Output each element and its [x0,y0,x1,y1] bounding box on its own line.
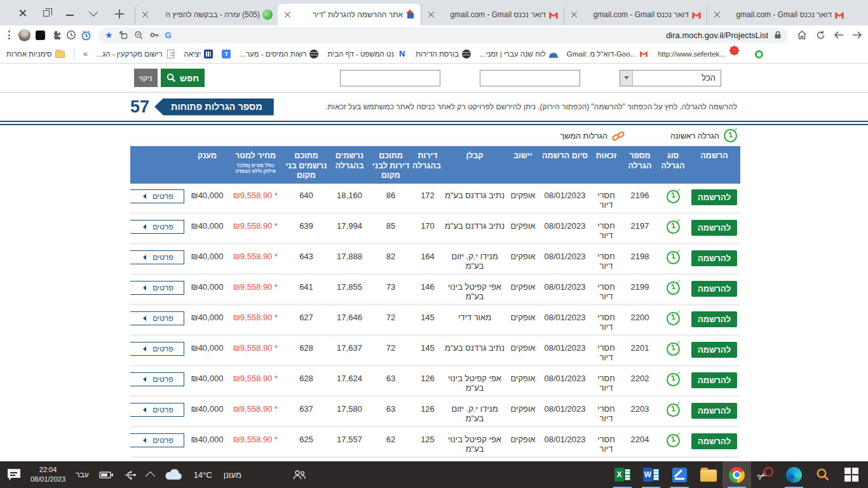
details-cell: פרטים [130,275,186,295]
taskbar-clock[interactable]: 22:04 08/01/2023 [25,461,71,488]
details-button[interactable]: פרטים [130,342,184,356]
window-minimize-icon[interactable] [66,15,74,16]
weather-text[interactable]: מעונן [219,461,247,488]
share-icon[interactable] [119,30,128,40]
tab-search-chevron-icon[interactable] [89,8,98,17]
back-icon[interactable] [850,28,864,42]
chevron-down-icon[interactable] [620,71,633,86]
snipping-tool-icon[interactable] [751,461,780,488]
search-button[interactable]: חפש [161,69,205,87]
excel-app-icon[interactable]: X [608,461,637,488]
details-button[interactable]: פרטים [130,372,184,386]
contractor-name: אפי קפיטל בינוי בע"מ [443,275,506,302]
home-icon[interactable] [795,28,809,42]
tab-dira-projects-active[interactable]: אתר ההרשמה להגרלות "דיר [278,4,421,25]
details-button[interactable]: פרטים [130,250,184,264]
history-clock-icon[interactable] [65,30,76,41]
bookmark-hebrew-calendar[interactable]: לוח שנה עברי | זמני... [480,50,558,58]
password-key-icon[interactable] [149,30,159,40]
lottery-number: 2201 [622,336,658,353]
tab-gmail-3[interactable]: דואר נכנס gmail.com - Gmail [707,4,850,25]
google-g-icon[interactable]: G [165,30,172,40]
reload-icon[interactable] [813,28,827,42]
tab-help[interactable]: (505) עזרה - בבקשה להפיץ ה [135,4,278,25]
register-button[interactable]: להרשמה [691,281,737,297]
battery-icon[interactable] [94,461,119,488]
registrants-count: 17,888 [330,245,369,262]
language-indicator[interactable]: עבר [71,461,94,488]
tab-gmail-2[interactable]: דואר נכנס gmail.com - Gmail [564,4,707,25]
register-button[interactable]: להרשמה [691,342,737,358]
usb-icon[interactable] [119,461,142,488]
register-button[interactable]: להרשמה [691,311,737,327]
word-app-icon[interactable]: W [637,461,665,488]
profile-avatar[interactable] [18,29,31,41]
bookmark-net-hamishpat[interactable]: נט המשפט - דף הבית [327,49,407,58]
details-button[interactable]: פרטים [130,403,184,417]
hidden-icons-chevron[interactable] [142,461,159,488]
zoom-out-icon[interactable] [134,30,144,40]
scanner-app-icon[interactable] [665,461,694,488]
forward-icon[interactable] [832,28,846,42]
weather-cloud-icon[interactable] [159,461,189,488]
tab-gmail-1[interactable]: דואר נכנס gmail.com - Gmail [421,4,564,25]
first-lottery-icon [667,403,680,417]
bookmark-exit[interactable]: יציאה [184,49,214,58]
details-button[interactable]: פרטים [130,220,184,234]
file-explorer-icon[interactable] [694,461,722,488]
col-details [130,146,186,184]
register-button[interactable]: להרשמה [691,433,737,449]
extension-black-square-icon[interactable] [35,30,46,41]
tab-close-icon[interactable] [569,10,580,20]
bookmark-land-registry[interactable]: רישום מקרקעין - הג... [97,50,175,58]
bookmark-sefertek[interactable]: http://www.sefertek... [658,45,746,62]
tab-close-icon[interactable] [426,10,437,20]
start-button-icon[interactable] [837,461,865,488]
extensions-puzzle-icon[interactable] [50,30,61,41]
col-registrants-local: מתוכם נרשמים בני מקום [283,146,330,184]
bookmark-green-ring[interactable] [755,50,763,58]
details-button[interactable]: פרטים [130,281,184,295]
tab-close-icon[interactable] [140,10,151,20]
clear-button[interactable]: ניקוי [134,69,158,87]
bookmark-tax-authority[interactable]: רשות המיסים - מער... [240,49,318,58]
eligibility-value: חסרי דיור [590,336,622,363]
action-center-icon[interactable] [3,461,25,488]
register-button[interactable]: להרשמה [691,220,737,236]
register-button[interactable]: להרשמה [691,372,737,388]
new-tab-button[interactable] [111,5,128,23]
register-button[interactable]: להרשמה [691,250,737,266]
temperature-text[interactable]: 14°C [189,461,217,488]
browser-menu-icon[interactable] [4,30,14,40]
bookmark-apartments-exchange[interactable]: בורסת הדירות [416,49,471,58]
people-icon[interactable] [287,461,311,488]
chrome-app-icon[interactable] [722,461,751,488]
alarm-clock-icon[interactable] [81,30,92,41]
bookmarks-overflow-chevron[interactable]: « [83,49,88,58]
filter-select[interactable]: הכל [620,70,721,86]
window-close-icon[interactable] [19,9,27,17]
search-taskbar-icon[interactable] [808,461,837,488]
filter-input-2[interactable] [340,70,440,86]
details-button[interactable]: פרטים [130,433,184,447]
dome-icon [549,53,558,58]
bookmark-translate[interactable] [222,50,231,58]
tab-close-icon[interactable] [283,10,293,20]
window-restore-icon[interactable] [43,10,50,17]
details-button[interactable]: פרטים [130,311,184,325]
details-button[interactable]: פרטים [130,189,184,203]
other-bookmarks-folder[interactable]: סימניות אחרות [6,50,65,58]
edge-app-icon[interactable] [780,461,808,488]
register-button[interactable]: להרשמה [691,189,737,205]
registration-end-date: 08/01/2023 [539,245,590,262]
bookmark-gmail[interactable]: Gmail: דוא"ל מ-Goo... [567,49,649,58]
legend-continuation-lottery[interactable]: הגרלות המשך [560,130,625,142]
bookmark-star-icon[interactable]: ★ [105,30,113,39]
address-bar[interactable]: ★ G dira.moch.gov.il/ProjectsList [98,27,788,43]
register-button[interactable]: להרשמה [691,403,737,419]
filter-input-1[interactable] [480,70,580,86]
table-row: להרשמה2199חסרי דיור08/01/2023אופקיםאפי ק… [130,275,740,304]
apartments-count: 146 [412,275,443,292]
registration-end-date: 08/01/2023 [539,275,590,292]
tab-close-icon[interactable] [712,10,722,20]
